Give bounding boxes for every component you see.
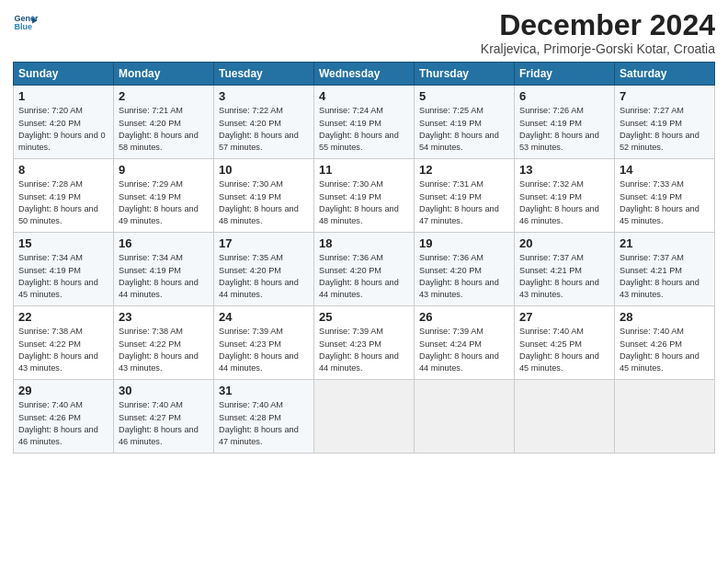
day-info: Sunrise: 7:20 AMSunset: 4:20 PMDaylight:… — [18, 106, 106, 152]
col-header-thursday: Thursday — [415, 63, 515, 86]
title-block: December 2024 Kraljevica, Primorje-Gorsk… — [481, 9, 715, 56]
day-number: 27 — [519, 310, 609, 324]
day-number: 10 — [219, 163, 309, 177]
calendar-cell — [615, 380, 715, 454]
calendar-cell: 27 Sunrise: 7:40 AMSunset: 4:25 PMDaylig… — [515, 306, 615, 380]
day-info: Sunrise: 7:34 AMSunset: 4:19 PMDaylight:… — [18, 253, 98, 299]
header: General Blue December 2024 Kraljevica, P… — [13, 9, 715, 56]
day-info: Sunrise: 7:29 AMSunset: 4:19 PMDaylight:… — [119, 179, 199, 225]
col-header-monday: Monday — [114, 63, 214, 86]
day-number: 21 — [620, 236, 710, 250]
day-info: Sunrise: 7:26 AMSunset: 4:19 PMDaylight:… — [519, 106, 599, 152]
col-header-sunday: Sunday — [14, 63, 114, 86]
day-number: 24 — [219, 310, 309, 324]
day-number: 16 — [119, 236, 209, 250]
month-title: December 2024 — [481, 9, 715, 41]
day-info: Sunrise: 7:22 AMSunset: 4:20 PMDaylight:… — [219, 106, 299, 152]
day-number: 28 — [620, 310, 710, 324]
calendar-table: SundayMondayTuesdayWednesdayThursdayFrid… — [13, 62, 715, 454]
calendar-cell: 9 Sunrise: 7:29 AMSunset: 4:19 PMDayligh… — [114, 159, 214, 233]
logo-icon: General Blue — [13, 9, 39, 35]
logo: General Blue — [13, 9, 39, 35]
day-info: Sunrise: 7:24 AMSunset: 4:19 PMDaylight:… — [319, 106, 399, 152]
calendar-cell: 25 Sunrise: 7:39 AMSunset: 4:23 PMDaylig… — [314, 306, 415, 380]
calendar-cell: 13 Sunrise: 7:32 AMSunset: 4:19 PMDaylig… — [515, 159, 615, 233]
calendar-header-row: SundayMondayTuesdayWednesdayThursdayFrid… — [14, 63, 715, 86]
day-info: Sunrise: 7:30 AMSunset: 4:19 PMDaylight:… — [219, 179, 299, 225]
day-number: 11 — [319, 163, 409, 177]
calendar-cell: 24 Sunrise: 7:39 AMSunset: 4:23 PMDaylig… — [214, 306, 314, 380]
day-number: 8 — [18, 163, 108, 177]
day-number: 7 — [620, 89, 710, 103]
day-number: 5 — [419, 89, 509, 103]
calendar-cell: 7 Sunrise: 7:27 AMSunset: 4:19 PMDayligh… — [615, 86, 715, 159]
day-number: 6 — [519, 89, 609, 103]
calendar-cell: 6 Sunrise: 7:26 AMSunset: 4:19 PMDayligh… — [515, 86, 615, 159]
day-number: 19 — [419, 236, 509, 250]
svg-text:Blue: Blue — [14, 22, 32, 31]
day-info: Sunrise: 7:40 AMSunset: 4:28 PMDaylight:… — [219, 400, 299, 446]
calendar-cell: 14 Sunrise: 7:33 AMSunset: 4:19 PMDaylig… — [615, 159, 715, 233]
calendar-cell: 5 Sunrise: 7:25 AMSunset: 4:19 PMDayligh… — [415, 86, 515, 159]
calendar-cell: 21 Sunrise: 7:37 AMSunset: 4:21 PMDaylig… — [615, 233, 715, 306]
day-info: Sunrise: 7:40 AMSunset: 4:26 PMDaylight:… — [18, 400, 98, 446]
col-header-friday: Friday — [515, 63, 615, 86]
day-number: 20 — [519, 236, 609, 250]
calendar-cell — [314, 380, 415, 454]
calendar-cell: 17 Sunrise: 7:35 AMSunset: 4:20 PMDaylig… — [214, 233, 314, 306]
day-info: Sunrise: 7:37 AMSunset: 4:21 PMDaylight:… — [620, 253, 700, 299]
day-number: 13 — [519, 163, 609, 177]
day-info: Sunrise: 7:38 AMSunset: 4:22 PMDaylight:… — [119, 327, 199, 373]
calendar-cell: 20 Sunrise: 7:37 AMSunset: 4:21 PMDaylig… — [515, 233, 615, 306]
day-number: 29 — [18, 384, 108, 397]
calendar-cell: 3 Sunrise: 7:22 AMSunset: 4:20 PMDayligh… — [214, 86, 314, 159]
calendar-cell: 11 Sunrise: 7:30 AMSunset: 4:19 PMDaylig… — [314, 159, 415, 233]
day-number: 12 — [419, 163, 509, 177]
calendar-cell: 18 Sunrise: 7:36 AMSunset: 4:20 PMDaylig… — [314, 233, 415, 306]
calendar-cell: 1 Sunrise: 7:20 AMSunset: 4:20 PMDayligh… — [14, 86, 114, 159]
day-info: Sunrise: 7:28 AMSunset: 4:19 PMDaylight:… — [18, 179, 98, 225]
calendar-cell: 16 Sunrise: 7:34 AMSunset: 4:19 PMDaylig… — [114, 233, 214, 306]
day-info: Sunrise: 7:40 AMSunset: 4:26 PMDaylight:… — [620, 327, 700, 373]
col-header-wednesday: Wednesday — [314, 63, 415, 86]
day-number: 31 — [219, 384, 309, 397]
day-info: Sunrise: 7:39 AMSunset: 4:24 PMDaylight:… — [419, 327, 499, 373]
day-info: Sunrise: 7:39 AMSunset: 4:23 PMDaylight:… — [319, 327, 399, 373]
calendar-week-2: 8 Sunrise: 7:28 AMSunset: 4:19 PMDayligh… — [14, 159, 715, 233]
calendar-cell: 12 Sunrise: 7:31 AMSunset: 4:19 PMDaylig… — [415, 159, 515, 233]
day-info: Sunrise: 7:21 AMSunset: 4:20 PMDaylight:… — [119, 106, 199, 152]
calendar-cell: 19 Sunrise: 7:36 AMSunset: 4:20 PMDaylig… — [415, 233, 515, 306]
calendar-week-5: 29 Sunrise: 7:40 AMSunset: 4:26 PMDaylig… — [14, 380, 715, 454]
calendar-cell: 8 Sunrise: 7:28 AMSunset: 4:19 PMDayligh… — [14, 159, 114, 233]
day-info: Sunrise: 7:25 AMSunset: 4:19 PMDaylight:… — [419, 106, 499, 152]
day-info: Sunrise: 7:40 AMSunset: 4:27 PMDaylight:… — [119, 400, 199, 446]
day-number: 22 — [18, 310, 108, 324]
calendar-week-1: 1 Sunrise: 7:20 AMSunset: 4:20 PMDayligh… — [14, 86, 715, 159]
day-info: Sunrise: 7:37 AMSunset: 4:21 PMDaylight:… — [519, 253, 599, 299]
day-number: 4 — [319, 89, 409, 103]
calendar-cell: 28 Sunrise: 7:40 AMSunset: 4:26 PMDaylig… — [615, 306, 715, 380]
col-header-saturday: Saturday — [615, 63, 715, 86]
day-number: 14 — [620, 163, 710, 177]
day-number: 23 — [119, 310, 209, 324]
calendar-cell: 22 Sunrise: 7:38 AMSunset: 4:22 PMDaylig… — [14, 306, 114, 380]
calendar-week-3: 15 Sunrise: 7:34 AMSunset: 4:19 PMDaylig… — [14, 233, 715, 306]
day-info: Sunrise: 7:30 AMSunset: 4:19 PMDaylight:… — [319, 179, 399, 225]
day-info: Sunrise: 7:33 AMSunset: 4:19 PMDaylight:… — [620, 179, 700, 225]
day-info: Sunrise: 7:39 AMSunset: 4:23 PMDaylight:… — [219, 327, 299, 373]
day-number: 18 — [319, 236, 409, 250]
day-info: Sunrise: 7:38 AMSunset: 4:22 PMDaylight:… — [18, 327, 98, 373]
day-info: Sunrise: 7:35 AMSunset: 4:20 PMDaylight:… — [219, 253, 299, 299]
calendar-cell: 15 Sunrise: 7:34 AMSunset: 4:19 PMDaylig… — [14, 233, 114, 306]
col-header-tuesday: Tuesday — [214, 63, 314, 86]
day-number: 17 — [219, 236, 309, 250]
day-number: 25 — [319, 310, 409, 324]
day-number: 15 — [18, 236, 108, 250]
day-number: 9 — [119, 163, 209, 177]
day-number: 1 — [18, 89, 108, 103]
calendar-cell — [515, 380, 615, 454]
calendar-cell: 2 Sunrise: 7:21 AMSunset: 4:20 PMDayligh… — [114, 86, 214, 159]
day-info: Sunrise: 7:32 AMSunset: 4:19 PMDaylight:… — [519, 179, 599, 225]
calendar-cell: 29 Sunrise: 7:40 AMSunset: 4:26 PMDaylig… — [14, 380, 114, 454]
day-info: Sunrise: 7:31 AMSunset: 4:19 PMDaylight:… — [419, 179, 499, 225]
